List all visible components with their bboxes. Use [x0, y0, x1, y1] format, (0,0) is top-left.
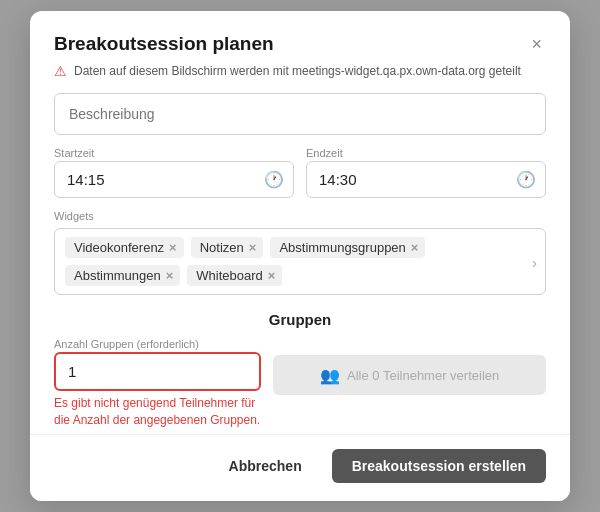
widget-remove-videokonferenz[interactable]: ×: [169, 241, 177, 254]
modal-dialog: Breakoutsession planen × ⚠ Daten auf die…: [30, 11, 570, 501]
modal-body: Startzeit 🕐 Endzeit 🕐 Widgets: [30, 79, 570, 434]
distribute-icon: 👥: [320, 366, 340, 385]
anzahl-input[interactable]: [54, 352, 261, 391]
anzahl-groups-wrap: Anzahl Gruppen (erforderlich) Es gibt ni…: [54, 338, 261, 429]
description-input[interactable]: [54, 93, 546, 135]
distribute-button[interactable]: 👥 Alle 0 Teilnehmer verteilen: [273, 355, 546, 395]
widget-label-notizen: Notizen: [200, 240, 244, 255]
create-button[interactable]: Breakoutsession erstellen: [332, 449, 546, 483]
close-button[interactable]: ×: [527, 35, 546, 53]
description-section: [30, 93, 570, 135]
startzeit-label: Startzeit: [54, 147, 294, 159]
modal-overlay: Breakoutsession planen × ⚠ Daten auf die…: [0, 0, 600, 512]
widgets-box: Videokonferenz × Notizen × Abstimmungsgr…: [54, 228, 546, 295]
startzeit-group: Startzeit 🕐: [54, 147, 294, 198]
widget-label-abstimmungsgruppen: Abstimmungsgruppen: [279, 240, 405, 255]
groups-row: Anzahl Gruppen (erforderlich) Es gibt ni…: [30, 338, 570, 429]
widget-tag-whiteboard: Whiteboard ×: [187, 265, 282, 286]
warning-icon: ⚠: [54, 63, 67, 79]
widget-label-whiteboard: Whiteboard: [196, 268, 262, 283]
widget-tag-videokonferenz: Videokonferenz ×: [65, 237, 184, 258]
groups-error: Es gibt nicht genügend Teilnehmer für di…: [54, 395, 261, 429]
widget-remove-abstimmungsgruppen[interactable]: ×: [411, 241, 419, 254]
time-row: Startzeit 🕐 Endzeit 🕐: [30, 147, 570, 198]
groups-header: Gruppen: [30, 311, 570, 328]
modal-title: Breakoutsession planen: [54, 33, 274, 55]
widget-tag-abstimmungsgruppen: Abstimmungsgruppen ×: [270, 237, 425, 258]
cancel-button[interactable]: Abbrechen: [209, 449, 322, 483]
warning-bar: ⚠ Daten auf diesem Bildschirm werden mit…: [30, 55, 570, 79]
distribute-label: Alle 0 Teilnehmer verteilen: [347, 368, 499, 383]
widget-remove-abstimmungen[interactable]: ×: [166, 269, 174, 282]
anzahl-label: Anzahl Gruppen (erforderlich): [54, 338, 261, 350]
warning-text: Daten auf diesem Bildschirm werden mit m…: [74, 64, 521, 78]
startzeit-input-wrap: 🕐: [54, 161, 294, 198]
widget-remove-whiteboard[interactable]: ×: [268, 269, 276, 282]
startzeit-input[interactable]: [54, 161, 294, 198]
widget-tag-abstimmungen: Abstimmungen ×: [65, 265, 180, 286]
widget-remove-notizen[interactable]: ×: [249, 241, 257, 254]
widget-tag-notizen: Notizen ×: [191, 237, 264, 258]
endzeit-input-wrap: 🕐: [306, 161, 546, 198]
modal-footer: Abbrechen Breakoutsession erstellen: [30, 434, 570, 501]
endzeit-input[interactable]: [306, 161, 546, 198]
widget-label-abstimmungen: Abstimmungen: [74, 268, 161, 283]
widgets-chevron-icon: ›: [532, 253, 537, 270]
endzeit-label: Endzeit: [306, 147, 546, 159]
widgets-label: Widgets: [54, 210, 546, 222]
widgets-section: Widgets Videokonferenz × Notizen × Absti…: [30, 210, 570, 295]
endzeit-group: Endzeit 🕐: [306, 147, 546, 198]
widget-label-videokonferenz: Videokonferenz: [74, 240, 164, 255]
modal-header: Breakoutsession planen ×: [30, 11, 570, 55]
